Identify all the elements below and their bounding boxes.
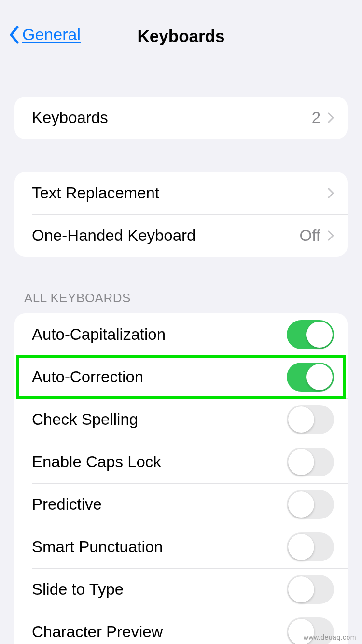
attribution-text: www.deuaq.com bbox=[304, 633, 356, 641]
group-keyboards: Keyboards 2 bbox=[14, 97, 348, 139]
row-auto-capitalization: Auto-Capitalization bbox=[14, 313, 348, 356]
row-text-replacement[interactable]: Text Replacement bbox=[14, 172, 348, 214]
row-character-preview: Character Preview bbox=[14, 611, 348, 644]
row-label: Smart Punctuation bbox=[32, 538, 287, 556]
toggle-knob bbox=[288, 491, 314, 518]
row-label: Predictive bbox=[32, 495, 287, 514]
toggle-switch[interactable] bbox=[287, 448, 334, 476]
row-detail: Off bbox=[300, 226, 320, 245]
section-header-all-keyboards: All Keyboards bbox=[24, 291, 338, 306]
chevron-right-icon bbox=[327, 112, 334, 124]
toggle-switch[interactable] bbox=[287, 575, 334, 604]
row-label: Check Spelling bbox=[32, 410, 287, 429]
toggle-knob bbox=[288, 449, 314, 475]
row-slide-to-type: Slide to Type bbox=[14, 568, 348, 611]
toggle-switch[interactable] bbox=[287, 363, 334, 392]
row-enable-caps-lock: Enable Caps Lock bbox=[14, 441, 348, 483]
toggle-knob bbox=[288, 534, 314, 560]
row-label: Text Replacement bbox=[32, 184, 327, 202]
chevron-right-icon bbox=[327, 230, 334, 241]
row-label: One-Handed Keyboard bbox=[32, 226, 300, 245]
row-label: Character Preview bbox=[32, 623, 287, 641]
row-label: Keyboards bbox=[32, 109, 312, 127]
toggle-switch[interactable] bbox=[287, 490, 334, 519]
row-detail: 2 bbox=[312, 109, 320, 127]
row-label: Auto-Correction bbox=[32, 368, 287, 386]
chevron-right-icon bbox=[327, 187, 334, 199]
row-smart-punctuation: Smart Punctuation bbox=[14, 526, 348, 568]
row-check-spelling: Check Spelling bbox=[14, 398, 348, 441]
row-label: Auto-Capitalization bbox=[32, 325, 287, 344]
navbar: General Keyboards bbox=[0, 0, 362, 63]
toggle-switch[interactable] bbox=[287, 405, 334, 434]
row-label: Enable Caps Lock bbox=[32, 453, 287, 471]
row-keyboards[interactable]: Keyboards 2 bbox=[14, 97, 348, 139]
toggle-switch[interactable] bbox=[287, 320, 334, 349]
toggle-knob bbox=[306, 364, 333, 390]
row-auto-correction: Auto-Correction bbox=[14, 356, 348, 398]
toggle-switch[interactable] bbox=[287, 532, 334, 561]
group-all-keyboards: Auto-CapitalizationAuto-CorrectionCheck … bbox=[14, 313, 348, 644]
toggle-knob bbox=[288, 406, 314, 433]
group-options: Text Replacement One-Handed Keyboard Off bbox=[14, 172, 348, 257]
toggle-knob bbox=[288, 576, 314, 602]
row-predictive: Predictive bbox=[14, 483, 348, 526]
page-title: Keyboards bbox=[0, 27, 362, 46]
row-one-handed-keyboard[interactable]: One-Handed Keyboard Off bbox=[14, 214, 348, 257]
row-label: Slide to Type bbox=[32, 580, 287, 599]
toggle-knob bbox=[306, 322, 333, 348]
